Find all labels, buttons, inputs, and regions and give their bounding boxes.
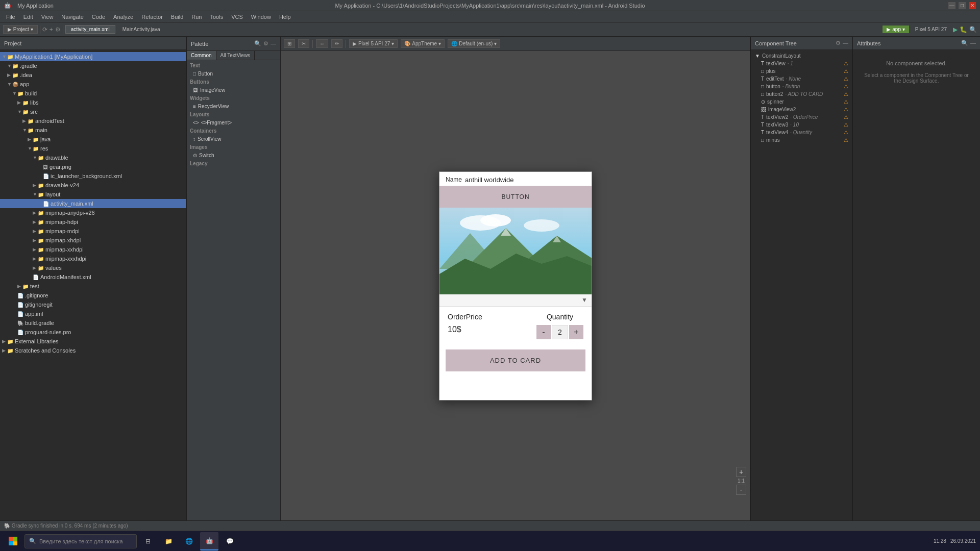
attr-minimize-icon[interactable]: — [970, 40, 976, 46]
layout-tab-active[interactable]: activity_main.xml [65, 25, 115, 34]
device-btn[interactable]: ▶ Pixel 5 API 27 ▾ [349, 39, 398, 48]
attr-search-icon[interactable]: 🔍 [961, 40, 968, 46]
tree-item-libs[interactable]: ▶ 📁 libs [0, 98, 186, 107]
comp-item-textview2[interactable]: T textView2 · OrderPrice [751, 113, 852, 121]
tree-item-drawable[interactable]: ▼ 📁 drawable [0, 153, 186, 162]
start-button[interactable] [4, 532, 22, 550]
tree-item-gearpng[interactable]: 🖼 gear.png [0, 162, 186, 171]
tree-item-appiml[interactable]: 📄 app.iml [0, 309, 186, 318]
comp-item-button2[interactable]: □ button2 · ADD TO CARD [751, 90, 852, 98]
comp-tree-minimize-icon[interactable]: — [843, 40, 848, 46]
add-to-card-button[interactable]: ADD TO CARD [446, 349, 585, 371]
locale-btn[interactable]: 🌐 Default (en-us) ▾ [448, 39, 500, 48]
maximize-button[interactable]: □ [959, 2, 966, 9]
close-button[interactable]: ✕ [969, 2, 976, 9]
menu-window[interactable]: Window [247, 13, 275, 21]
tree-item-mipmap-xhdpi[interactable]: ▶ 📁 mipmap-xhdpi [0, 236, 186, 245]
tree-item-gitignoregit[interactable]: 📄 gitignoregit [0, 300, 186, 309]
tree-item-activity-main[interactable]: 📄 activity_main.xml [0, 199, 186, 208]
dropdown-arrow[interactable]: ▼ [581, 296, 587, 304]
comp-item-spinner[interactable]: ⊙ spinner [751, 98, 852, 106]
tree-item-gradle[interactable]: ▼ 📁 .gradle [0, 61, 186, 70]
comp-item-imageview2[interactable]: 🖼 imageView2 [751, 106, 852, 113]
project-tree[interactable]: ▼ 📁 MyApplication1 [MyApplication] ▼ 📁 .… [0, 50, 186, 520]
tree-item-java[interactable]: ▶ 📁 java [0, 135, 186, 144]
task-view-button[interactable]: ⊟ [139, 532, 157, 550]
menu-help[interactable]: Help [275, 13, 295, 21]
tree-item-src[interactable]: ▼ 📁 src [0, 107, 186, 116]
menu-edit[interactable]: Edit [19, 13, 37, 21]
clip-btn[interactable]: ✂ [298, 39, 309, 48]
comp-item-textview3[interactable]: T textView3 · 10 [751, 121, 852, 129]
tree-item-mipmap-any[interactable]: ▶ 📁 mipmap-anydpi-v26 [0, 208, 186, 217]
project-selector[interactable]: ▶ Project ▾ [3, 25, 38, 34]
menu-file[interactable]: File [2, 13, 19, 21]
tree-item-res[interactable]: ▼ 📁 res [0, 144, 186, 153]
palette-item-scrollview[interactable]: ↕ ScrollView [187, 135, 280, 143]
zoom-out-button[interactable]: - [736, 485, 746, 495]
tree-item-mipmap-mdpi[interactable]: ▶ 📁 mipmap-mdpi [0, 227, 186, 236]
menu-run[interactable]: Run [187, 13, 206, 21]
quantity-plus-button[interactable]: + [569, 325, 583, 339]
comp-item-minus[interactable]: □ minus [751, 136, 852, 144]
phone-top-button[interactable]: BUTTON [444, 189, 587, 205]
comp-tree-settings-icon[interactable]: ⚙ [836, 40, 841, 46]
menu-refactor[interactable]: Refactor [137, 13, 167, 21]
orient-btn[interactable]: ↔ [316, 39, 328, 48]
file-explorer-button[interactable]: 📁 [159, 532, 178, 550]
palette-settings-icon[interactable]: ⚙ [263, 40, 268, 47]
tree-item-myapp[interactable]: ▼ 📁 MyApplication1 [MyApplication] [0, 52, 186, 61]
palette-item-fragment[interactable]: <> <>Fragment> [187, 119, 280, 127]
comp-item-textview[interactable]: T textView · 1 [751, 60, 852, 67]
debug-icon[interactable]: 🐛 [960, 26, 967, 33]
tree-item-scratches[interactable]: ▶ 📁 Scratches and Consoles [0, 346, 186, 355]
tree-item-manifest[interactable]: 📄 AndroidManifest.xml [0, 272, 186, 282]
tree-item-androidtest[interactable]: ▶ 📁 androidTest [0, 116, 186, 126]
tree-item-test[interactable]: ▶ 📁 test [0, 282, 186, 291]
tree-item-build[interactable]: ▼ 📁 build [0, 89, 186, 98]
search-icon[interactable]: 🔍 [969, 26, 977, 33]
comp-item-button[interactable]: □ button · Button [751, 83, 852, 90]
android-studio-button[interactable]: 🤖 [200, 532, 218, 550]
tree-item-gitignore[interactable]: 📄 .gitignore [0, 291, 186, 300]
palette-tab-all[interactable]: All TextViews [216, 51, 255, 60]
tree-item-app[interactable]: ▼ 📦 app [0, 80, 186, 89]
menu-vcs[interactable]: VCS [227, 13, 247, 21]
palette-search-icon[interactable]: 🔍 [254, 40, 261, 47]
whatsapp-button[interactable]: 💬 [220, 532, 239, 550]
taskbar-search[interactable]: 🔍 Введите здесь текст для поиска [24, 534, 137, 548]
comp-item-textview4[interactable]: T textView4 · Quantity [751, 129, 852, 136]
zoom-in-button[interactable]: + [736, 467, 746, 477]
comp-item-edittext[interactable]: T editText · None [751, 75, 852, 83]
minimize-button[interactable]: — [948, 2, 955, 9]
apptheme-btn[interactable]: 🎨 AppTheme ▾ [401, 39, 445, 48]
palette-minimize-icon[interactable]: — [271, 40, 276, 47]
menu-view[interactable]: View [37, 13, 58, 21]
tree-item-layout[interactable]: ▼ 📁 layout [0, 190, 186, 199]
palette-tab-common[interactable]: Common [187, 51, 216, 60]
tree-item-mipmap-xxhdpi[interactable]: ▶ 📁 mipmap-xxhdpi [0, 245, 186, 254]
menu-tools[interactable]: Tools [206, 13, 227, 21]
java-tab[interactable]: MainActivity.java [117, 26, 165, 33]
tree-item-idea[interactable]: ▶ 📁 .idea [0, 70, 186, 80]
tree-item-ext-libs[interactable]: ▶ 📁 External Libraries [0, 337, 186, 346]
tree-item-drawable-v24[interactable]: ▶ 📁 drawable-v24 [0, 181, 186, 190]
palette-item-button[interactable]: □ Button [187, 70, 280, 78]
quantity-minus-button[interactable]: - [536, 325, 551, 339]
tree-item-mipmap-xxxhdpi[interactable]: ▶ 📁 mipmap-xxxhdpi [0, 254, 186, 263]
device-selector[interactable]: Pixel 5 API 27 [911, 26, 951, 33]
palette-item-switch[interactable]: ⊙ Switch [187, 152, 280, 159]
comp-item-plus[interactable]: □ plus [751, 67, 852, 75]
tree-item-ic-launcher[interactable]: 📄 ic_launcher_background.xml [0, 171, 186, 181]
menu-code[interactable]: Code [88, 13, 109, 21]
design-area[interactable]: Name anthill worldwide BUTTON [281, 51, 750, 520]
tree-item-values[interactable]: ▶ 📁 values [0, 263, 186, 272]
palette-item-imageview[interactable]: 🖼 ImageView [187, 86, 280, 94]
menu-navigate[interactable]: Navigate [57, 13, 87, 21]
tree-item-proguard[interactable]: 📄 proguard-rules.pro [0, 328, 186, 337]
tree-item-build-gradle[interactable]: 🐘 build.gradle [0, 318, 186, 328]
add-icon[interactable]: + [50, 26, 53, 33]
tree-item-main[interactable]: ▼ 📁 main [0, 126, 186, 135]
menu-build[interactable]: Build [167, 13, 187, 21]
comp-item-constraintlayout[interactable]: ▼ ConstraintLayout [751, 52, 852, 60]
